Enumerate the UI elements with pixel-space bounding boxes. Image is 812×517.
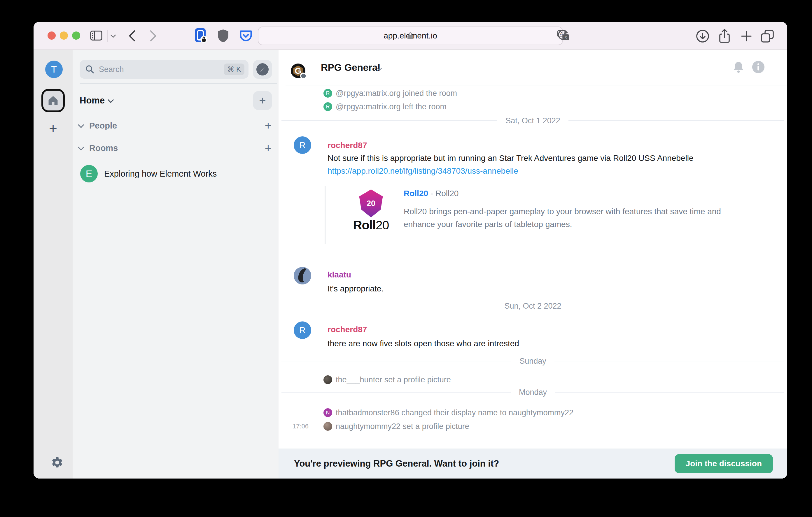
message-timeline[interactable]: R @rpgya:matrix.org joined the room R @r…: [279, 85, 787, 449]
membership-event[interactable]: R @rpgya:matrix.org joined the room: [279, 87, 787, 100]
toolbar-divider: [107, 30, 108, 42]
browser-toolbar: app.element.io A x: [33, 22, 787, 50]
member-avatar: [323, 375, 332, 384]
home-space-button[interactable]: [41, 89, 65, 112]
room-list-item[interactable]: E Exploring how Element Works: [77, 162, 274, 185]
space-header[interactable]: Home: [80, 94, 114, 107]
new-tab-icon[interactable]: [740, 29, 753, 43]
section-people[interactable]: People +: [80, 119, 271, 132]
profile-event[interactable]: 17:06 naughtymommy22 set a profile pictu…: [279, 420, 787, 433]
panel-divider: [80, 83, 277, 84]
section-label: People: [89, 121, 117, 130]
chat-area: G RPG General R @rpgya:matr: [279, 50, 787, 479]
space-title: Home: [80, 95, 105, 106]
d20-die-icon: 20: [358, 189, 384, 217]
date-separator: Monday: [279, 386, 787, 398]
room-list-panel: ⌘ K Home + People +: [72, 50, 279, 479]
date-separator: Sun, Oct 2 2022: [279, 300, 787, 312]
chevron-down-icon[interactable]: [110, 34, 116, 38]
preview-bar-text: You're previewing RPG General. Want to j…: [294, 458, 499, 469]
notifications-bell-icon[interactable]: [733, 61, 744, 73]
event-text: @rpgya:matrix.org joined the room: [336, 87, 457, 100]
message-link[interactable]: https://app.roll20.net/lfg/listing/34870…: [327, 166, 518, 176]
message-body: there are now five slots open those who …: [327, 337, 718, 350]
section-label: Rooms: [89, 143, 118, 153]
profile-event[interactable]: the___hunter set a profile picture: [279, 373, 787, 387]
add-people-button[interactable]: +: [265, 119, 271, 132]
address-bar[interactable]: app.element.io A x: [258, 27, 563, 45]
date-separator: Sat, Oct 1 2022: [279, 115, 787, 127]
join-discussion-button[interactable]: Join the discussion: [675, 454, 773, 473]
event-text: the___hunter set a profile picture: [336, 373, 451, 387]
sender-avatar[interactable]: [294, 267, 311, 284]
member-avatar: [323, 422, 332, 431]
search-icon: [85, 64, 95, 74]
add-room-button[interactable]: +: [265, 142, 271, 155]
minimize-window-button[interactable]: [60, 31, 68, 40]
chevron-down-icon: [108, 97, 114, 103]
member-avatar: N: [323, 408, 332, 417]
profile-event[interactable]: N thatbadmonster86 changed their display…: [279, 406, 787, 419]
sender-name[interactable]: klaatu: [327, 269, 351, 281]
message-body: Not sure if this is appropriate but im r…: [327, 152, 718, 178]
chevron-down-icon: [78, 122, 84, 128]
room-header-avatar[interactable]: G: [291, 64, 306, 78]
message-body: It's appropriate.: [327, 282, 718, 295]
sender-avatar[interactable]: R: [294, 322, 311, 339]
section-rooms[interactable]: Rooms +: [80, 141, 271, 155]
public-room-globe-icon: [300, 72, 307, 79]
forward-icon[interactable]: [149, 29, 158, 42]
event-text: naughtymommy22 set a profile picture: [336, 420, 469, 433]
chevron-down-icon: [78, 144, 84, 150]
browser-window: app.element.io A x: [33, 22, 787, 479]
rail-divider: [42, 84, 64, 84]
room-title[interactable]: RPG General: [321, 62, 380, 73]
event-text: @rpgya:matrix.org left the room: [336, 100, 446, 113]
sidebar-toggle-icon[interactable]: [90, 29, 103, 42]
close-window-button[interactable]: [48, 31, 56, 40]
roll20-logo: 20 Roll20: [345, 189, 397, 232]
onepassword-extension-icon[interactable]: [195, 28, 208, 44]
space-rail: T +: [33, 50, 72, 479]
search-shortcut-badge: ⌘ K: [224, 64, 244, 75]
compass-icon: [256, 63, 269, 76]
tab-overview-icon[interactable]: [760, 29, 774, 43]
preview-description: Roll20 brings pen-and-paper gameplay to …: [404, 205, 722, 231]
sender-name[interactable]: rocherd87: [327, 140, 367, 151]
settings-gear-icon[interactable]: [51, 456, 64, 469]
add-space-button[interactable]: +: [47, 122, 59, 134]
room-name: Exploring how Element Works: [104, 169, 217, 179]
member-avatar: R: [323, 102, 332, 111]
reload-icon[interactable]: [557, 29, 569, 42]
room-preview-bar: You're previewing RPG General. Want to j…: [279, 449, 787, 479]
back-icon[interactable]: [127, 29, 136, 42]
search-input[interactable]: [99, 65, 224, 74]
share-icon[interactable]: [718, 28, 731, 44]
membership-event[interactable]: R @rpgya:matrix.org left the room: [279, 100, 787, 113]
pocket-extension-icon[interactable]: [239, 29, 253, 43]
lock-icon: [407, 32, 413, 40]
member-avatar: R: [323, 89, 332, 98]
preview-title: Roll20 - Roll20: [404, 189, 459, 198]
downloads-icon[interactable]: [696, 29, 709, 43]
sender-avatar[interactable]: R: [294, 136, 311, 154]
date-separator: Sunday: [279, 355, 787, 367]
room-header: G RPG General: [279, 50, 787, 85]
search-box[interactable]: ⌘ K: [80, 60, 249, 79]
add-button[interactable]: +: [253, 91, 272, 110]
room-info-icon[interactable]: [752, 60, 765, 74]
adblock-shield-icon[interactable]: [217, 29, 229, 43]
preview-title-link[interactable]: Roll20: [404, 189, 428, 198]
room-avatar: E: [80, 165, 98, 182]
user-avatar[interactable]: T: [45, 61, 63, 78]
zoom-window-button[interactable]: [72, 31, 80, 40]
event-text: thatbadmonster86 changed their display n…: [336, 406, 573, 419]
home-icon: [47, 95, 59, 107]
sender-name[interactable]: rocherd87: [327, 324, 367, 335]
event-timestamp: 17:06: [293, 420, 309, 433]
penguin-avatar-image: [294, 267, 311, 284]
explore-rooms-button[interactable]: [253, 60, 272, 79]
url-preview-card[interactable]: 20 Roll20 Roll20 - Roll20 Roll20 brings …: [325, 186, 739, 244]
